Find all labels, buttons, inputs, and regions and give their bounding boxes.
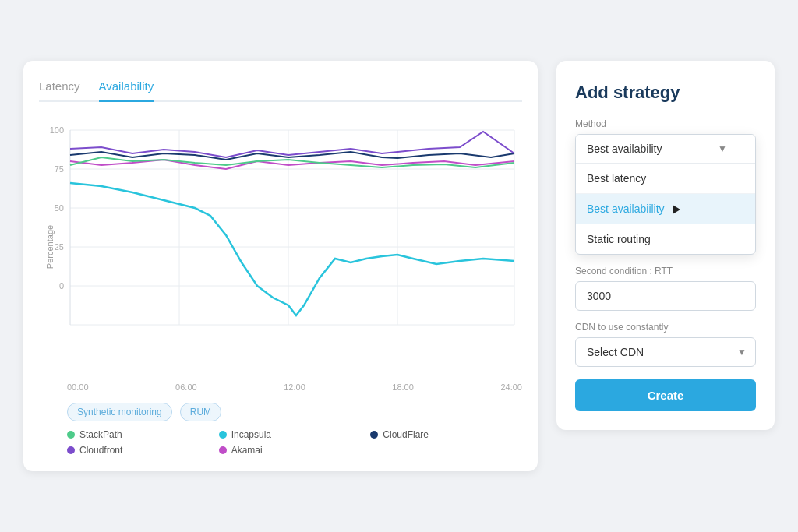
tab-availability[interactable]: Availability bbox=[99, 79, 154, 102]
cdn-label: CDN to use constantly bbox=[575, 322, 756, 333]
main-container: Latency Availability Percentage 100 bbox=[23, 61, 775, 471]
option-best-availability[interactable]: Best availabiility bbox=[576, 194, 755, 224]
x-label-4: 24:00 bbox=[500, 382, 522, 392]
dropdown-arrow-icon: ▼ bbox=[718, 143, 727, 154]
tab-bar: Latency Availability bbox=[39, 79, 522, 102]
legend-cloudflare: CloudFlare bbox=[370, 429, 522, 440]
filter-badges: Synthetic monitoring RUM bbox=[67, 403, 522, 421]
legend-label-cloudfront: Cloudfront bbox=[79, 445, 122, 456]
strategy-card: Add strategy Method Best availability ▼ … bbox=[556, 61, 775, 430]
legend-label-stackpath: StackPath bbox=[79, 429, 122, 440]
option-best-availability-label: Best availabiility bbox=[587, 203, 665, 215]
chart-area: Percentage 100 75 50 25 0 bbox=[39, 115, 522, 379]
badge-rum[interactable]: RUM bbox=[180, 403, 221, 421]
option-static-routing[interactable]: Static routing bbox=[576, 224, 755, 254]
availability-chart: 100 75 50 25 0 bbox=[39, 115, 522, 348]
x-label-0: 00:00 bbox=[67, 382, 89, 392]
second-condition-label: Second condition : RTT bbox=[575, 266, 756, 277]
legend-incapsula: Incapsula bbox=[219, 429, 371, 440]
svg-text:25: 25 bbox=[55, 242, 64, 252]
create-button[interactable]: Create bbox=[575, 379, 756, 411]
svg-text:0: 0 bbox=[59, 281, 64, 291]
chart-legend: StackPath Incapsula CloudFlare Cloudfron… bbox=[67, 429, 522, 456]
legend-label-incapsula: Incapsula bbox=[231, 429, 271, 440]
cdn-select[interactable]: Select CDN bbox=[575, 337, 756, 367]
y-axis-label: Percentage bbox=[45, 225, 55, 269]
method-dropdown[interactable]: Best availability ▼ Best latency Best av… bbox=[575, 134, 756, 255]
svg-text:100: 100 bbox=[50, 125, 64, 135]
badge-synthetic[interactable]: Synthetic monitoring bbox=[67, 403, 172, 421]
second-condition-input[interactable] bbox=[575, 281, 756, 311]
legend-dot-cloudflare bbox=[370, 431, 378, 439]
x-label-2: 12:00 bbox=[284, 382, 305, 392]
x-axis-labels: 00:00 06:00 12:00 18:00 24:00 bbox=[39, 379, 522, 392]
legend-dot-stackpath bbox=[67, 431, 75, 439]
svg-text:75: 75 bbox=[55, 164, 64, 174]
legend-dot-cloudfront bbox=[67, 446, 75, 454]
svg-text:50: 50 bbox=[55, 203, 64, 213]
tab-latency[interactable]: Latency bbox=[39, 79, 80, 102]
option-best-latency[interactable]: Best latency bbox=[576, 164, 755, 194]
x-label-1: 06:00 bbox=[175, 382, 197, 392]
legend-dot-incapsula bbox=[219, 431, 227, 439]
legend-stackpath: StackPath bbox=[67, 429, 219, 440]
strategy-title: Add strategy bbox=[575, 83, 756, 103]
cdn-select-wrapper: Select CDN ▼ bbox=[575, 337, 756, 367]
cursor-icon bbox=[673, 205, 680, 214]
legend-cloudfront: Cloudfront bbox=[67, 445, 219, 456]
x-label-3: 18:00 bbox=[392, 382, 414, 392]
legend-akamai: Akamai bbox=[219, 445, 371, 456]
method-label: Method bbox=[575, 118, 756, 129]
legend-label-cloudflare: CloudFlare bbox=[383, 429, 429, 440]
dropdown-selected-value: Best availability bbox=[587, 143, 662, 155]
chart-card: Latency Availability Percentage 100 bbox=[23, 61, 538, 471]
legend-dot-akamai bbox=[219, 446, 227, 454]
dropdown-trigger[interactable]: Best availability ▼ bbox=[576, 135, 755, 164]
legend-label-akamai: Akamai bbox=[231, 445, 263, 456]
